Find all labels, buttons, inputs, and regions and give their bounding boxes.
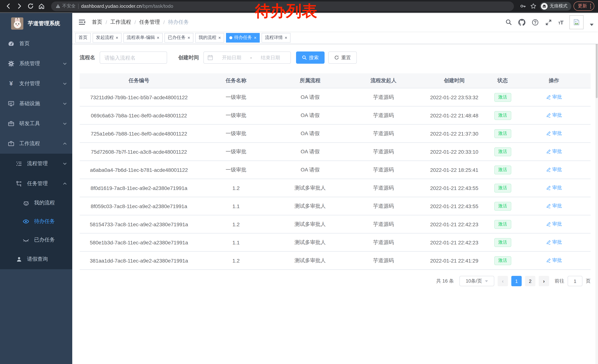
pagination: 共 16 条 10条/页 ‹ 12 › 前往 页 [80,276,590,286]
process-name-input[interactable] [100,51,167,64]
tab-close-icon[interactable]: × [116,35,118,40]
fullscreen-icon[interactable] [545,19,552,26]
top-navbar: 首页 / 工作流程 / 任务管理 / 待办任务 [72,13,598,32]
browser-home-button[interactable] [37,2,46,11]
cell-create-time: 2022-01-22 21:37:30 [421,124,488,143]
page-size-select[interactable]: 10条/页 [459,276,494,286]
sidebar-item-task-management[interactable]: 任务管理 [0,174,72,194]
approve-link[interactable]: 审批 [546,185,562,191]
column-header: 流程发起人 [346,73,421,88]
tab[interactable]: 我的流程 × [195,33,224,42]
reset-button[interactable]: 重置 [328,51,357,64]
tab-close-icon[interactable]: × [254,35,256,40]
approve-link[interactable]: 审批 [546,239,562,246]
cell-starter: 芋道源码 [346,233,421,251]
browser-update-button[interactable]: 更新 [573,1,594,11]
tab-label: 流程详情 [265,34,283,41]
approve-link[interactable]: 审批 [546,257,562,264]
tab[interactable]: 已办任务 × [165,33,193,42]
tab-close-icon[interactable]: × [218,35,221,40]
chevron-down-icon [63,61,67,66]
sidebar-collapse-icon[interactable] [78,18,86,26]
approve-link[interactable]: 审批 [546,130,562,137]
logo-image [11,17,23,29]
approve-label: 审批 [552,148,562,155]
bookmark-star-icon[interactable] [529,2,537,10]
approve-link[interactable]: 审批 [546,94,562,101]
cell-create-time: 2022-01-22 21:48:48 [421,106,488,124]
goto-page-input[interactable] [568,276,582,286]
tab[interactable]: 发起流程 × [93,33,122,42]
column-header: 创建时间 [421,73,488,88]
sidebar-item-process-management[interactable]: 流程管理 [0,154,72,174]
cell-starter: 芋道源码 [346,251,421,270]
flow-icon [15,180,23,187]
sidebar-item-dev-tools[interactable]: 研发工具 [0,114,72,134]
date-range-picker[interactable]: 开始日期 - 结束日期 [203,51,291,64]
avatar-dropdown-caret[interactable] [590,24,594,26]
font-size-icon[interactable]: TT [558,19,563,25]
prev-page-button[interactable]: ‹ [498,276,508,286]
page-scrollbar[interactable] [595,13,598,364]
sidebar-item-done-tasks[interactable]: 已办任务 [0,231,72,249]
column-header: 操作 [517,73,590,88]
password-key-icon[interactable] [519,2,527,10]
address-bar[interactable]: 不安全 dashboard.yudao.iocoder.cn/bpm/task/… [51,1,514,11]
breadcrumb-home[interactable]: 首页 [92,19,102,25]
approve-link[interactable]: 审批 [546,112,562,119]
tab-label: 我的流程 [199,34,216,41]
tab-close-icon[interactable]: × [284,35,287,40]
tab[interactable]: 待办任务 × [226,33,260,42]
search-button[interactable]: 搜索 [296,51,324,64]
page-number-button[interactable]: 2 [525,276,535,286]
breadcrumb-workflow[interactable]: 工作流程 [110,19,131,25]
tab[interactable]: 流程表单-编辑 × [123,33,163,42]
sidebar-item-infrastructure[interactable]: 基础设施 [0,94,72,114]
chevron-down-icon [63,121,67,126]
next-page-button[interactable]: › [539,276,549,286]
avatar[interactable] [569,15,583,29]
sidebar-item-system[interactable]: 系统管理 [0,54,72,74]
table-row: 75d72608-7b7f-11ec-a3c8-acde48001122 一级审… [80,143,590,161]
filter-form: 流程名 创建时间 开始日期 - 结束日期 搜索 [80,51,590,64]
approve-link[interactable]: 审批 [546,166,562,173]
sidebar-item-todo-tasks[interactable]: 待办任务 [0,212,72,231]
sidebar-item-workflow[interactable]: 工作流程 [0,134,72,154]
tab[interactable]: 首页 [75,33,91,42]
app-logo[interactable]: 芋道管理系统 [0,13,72,34]
sidebar-item-home[interactable]: 首页 [0,34,72,54]
cell-task-id: 725a1eb6-7b88-11ec-8ef0-acde48001122 [80,124,198,143]
browser-forward-button[interactable] [15,2,24,11]
browser-reload-button[interactable] [26,2,35,11]
github-icon[interactable] [518,19,525,26]
table-row: 8f059c03-7ac8-11ec-a9e2-a2380e71991a 1.1… [80,197,590,215]
cell-create-time: 2022-01-21 22:42:23 [421,215,488,233]
approve-link[interactable]: 审批 [546,148,562,155]
help-icon[interactable] [532,19,539,26]
page-number-button[interactable]: 1 [511,276,522,286]
page-unit-label: 页 [586,278,590,284]
column-header: 任务编号 [80,73,198,88]
breadcrumb-task-management[interactable]: 任务管理 [139,19,160,25]
sidebar-item-label: 待办任务 [34,218,55,225]
search-icon[interactable] [505,19,512,25]
sidebar-item-my-process[interactable]: 我的流程 [0,194,72,212]
approve-link[interactable]: 审批 [546,221,562,227]
cell-task-id: 381aa1dd-7ac8-11ec-a9e2-a2380e71991a [80,251,198,270]
tab[interactable]: 流程详情 × [262,33,291,42]
page-content: 流程名 创建时间 开始日期 - 结束日期 搜索 [72,44,598,364]
cell-process: OA 请假 [274,143,346,161]
tab-close-icon[interactable]: × [187,35,190,40]
chevron-up-icon [63,181,67,186]
site-security-indicator[interactable]: 不安全 [56,3,75,9]
cell-task-id: 75d72608-7b7f-11ec-a3c8-acde48001122 [80,143,198,161]
warning-icon [56,4,60,8]
browser-back-button[interactable] [4,2,13,11]
approve-link[interactable]: 审批 [546,203,562,209]
cell-starter: 芋道源码 [346,179,421,197]
tab-close-icon[interactable]: × [157,35,159,40]
browser-menu-icon[interactable] [590,4,591,8]
table-row: 725a1eb6-7b88-11ec-8ef0-acde48001122 一级审… [80,124,590,143]
sidebar-item-leave-query[interactable]: 请假查询 [0,249,72,269]
sidebar-item-payment[interactable]: ¥ 支付管理 [0,74,72,94]
